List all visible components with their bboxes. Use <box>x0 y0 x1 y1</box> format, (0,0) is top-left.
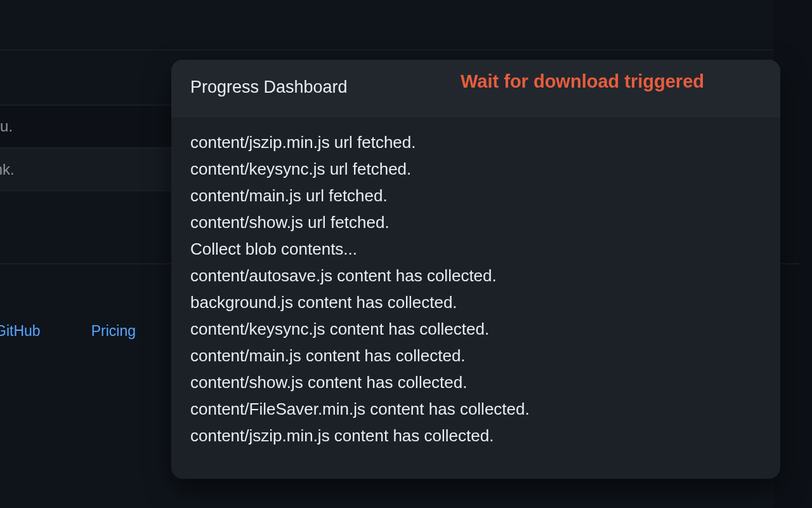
log-line: content/FileSaver.min.js content has col… <box>190 396 761 422</box>
divider <box>0 50 774 50</box>
log-line: content/keysync.js url fetched. <box>190 156 761 182</box>
modal-title: Progress Dashboard <box>190 77 348 97</box>
log-line: content/autosave.js content has collecte… <box>190 262 761 289</box>
log-line: content/show.js content has collected. <box>190 369 761 396</box>
log-line: content/main.js content has collected. <box>190 342 761 369</box>
download-status-message: Wait for download triggered <box>461 71 704 92</box>
log-line: background.js content has collected. <box>190 289 761 316</box>
log-line: Collect blob contents... <box>190 236 761 262</box>
log-line: content/jszip.min.js url fetched. <box>190 129 761 156</box>
log-line: content/keysync.js content has collected… <box>190 316 761 342</box>
modal-header: Progress Dashboard Wait for download tri… <box>171 60 780 117</box>
truncated-text: nenu. <box>0 117 13 135</box>
pricing-link[interactable]: Pricing <box>91 323 136 340</box>
log-line: content/show.js url fetched. <box>190 209 761 236</box>
contact-github-link[interactable]: act GitHub <box>0 323 41 340</box>
footer-links: act GitHub Pricing <box>0 323 136 340</box>
log-line: content/jszip.min.js content has collect… <box>190 422 761 449</box>
progress-log: content/jszip.min.js url fetched. conten… <box>171 117 780 479</box>
truncated-text: n link. <box>0 161 15 178</box>
log-line: content/main.js url fetched. <box>190 182 761 209</box>
progress-dashboard-modal: Progress Dashboard Wait for download tri… <box>171 60 780 479</box>
